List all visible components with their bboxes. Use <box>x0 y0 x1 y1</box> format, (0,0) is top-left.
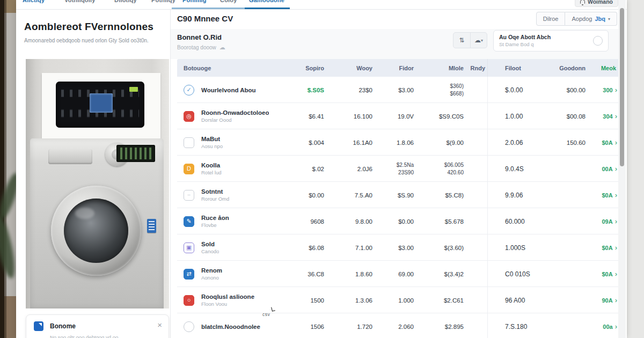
cursor-label: csv <box>262 312 270 317</box>
cell-mlole: $2.895 <box>416 324 466 330</box>
column-header-2[interactable]: Sopiro <box>274 65 326 71</box>
radio-circle-icon[interactable] <box>184 321 194 332</box>
sort-button[interactable]: ⇅ <box>453 33 470 48</box>
table-header-row: BotouogeSopiroWooyFidorMloleRndyFilootGo… <box>177 59 623 77</box>
nav-item-4[interactable]: Potnliqy <box>151 0 175 3</box>
row-detail-link[interactable]: 00a › <box>588 322 623 330</box>
table-row[interactable]: ⇄ Renom Aonono 36.C8 1.8.60 69.00 $(3.4)… <box>177 261 623 287</box>
column-header-7[interactable]: Filoot <box>487 59 553 77</box>
sidebar: Aomblereot FVernnolones Amoonarebd oebdq… <box>16 10 171 338</box>
column-header-1[interactable]: Botouoge <box>177 65 274 71</box>
minus-checkbox-icon[interactable]: − <box>184 190 194 201</box>
scrollbar-thumb[interactable] <box>620 8 624 166</box>
column-header-8[interactable]: Goodonn <box>553 65 588 71</box>
column-header-6[interactable]: Rndy <box>466 65 487 71</box>
row-name-cell: ○ Rooqlusl aslioone Floon Voou <box>177 293 274 307</box>
table-row[interactable]: MaBut Aosu npo $.004 16.1A0 1.8.06 $(9.0… <box>177 129 623 156</box>
table-row[interactable]: ○ Rooqlusl aslioone Floon Voou 1500 1.3.… <box>177 287 623 313</box>
cell-filoot: 2.0.06 <box>487 129 553 156</box>
data-table: BotouogeSopiroWooyFidorMloleRndyFilootGo… <box>177 59 623 338</box>
radio-circle-icon[interactable] <box>593 36 603 46</box>
cell-wooy: 7.1.00 <box>326 245 375 251</box>
nav-item-2[interactable]: Votnliqoliy <box>64 0 96 3</box>
export-cloud-button[interactable]: ☁ ▾ <box>470 33 487 48</box>
row-name: Koolla <box>201 162 222 168</box>
cell-wooy: 16.100 <box>326 113 375 120</box>
cell-mlole: $S9.C0S <box>416 113 466 120</box>
nav-item-7[interactable]: Gamoouone <box>249 0 284 3</box>
washer-drum <box>64 199 128 263</box>
row-sub: Aosu npo <box>201 143 223 149</box>
cell-wooy: 1.3.06 <box>326 297 375 304</box>
nav-item-3[interactable]: Dilotiqy <box>114 0 137 3</box>
checkbox-icon[interactable] <box>184 137 194 148</box>
washer-door <box>51 186 141 276</box>
folder-badge-icon[interactable]: D <box>184 164 194 174</box>
washer-display-panel <box>56 82 144 128</box>
toolbar: Bonnet O.Rid Boorotag dooow ☁ ⇅ ☁ ▾ Au O… <box>171 29 618 59</box>
cell-filoot: 9.9.06 <box>487 182 553 208</box>
row-sub: Rorour Omd <box>201 196 229 202</box>
column-header-4[interactable]: Fidor <box>375 65 416 71</box>
check-circle-icon[interactable]: ✓ <box>184 85 194 95</box>
chevron-right-icon: › <box>615 322 617 330</box>
nav-item-1[interactable]: Alictiqy <box>23 0 45 3</box>
row-detail-link[interactable]: 300 › <box>588 86 623 94</box>
table-row[interactable]: ◎ Roonn-Onwadoctoloeo Dorslar Oood $6.41… <box>177 103 623 129</box>
row-name: MaBut <box>201 136 223 142</box>
page-description: Amoonarebd oebdqoob nued orlon Gty Sold … <box>24 36 158 45</box>
search-title: Au Oqe Abott Abch <box>499 34 603 40</box>
column-header-5[interactable]: Mlole <box>416 65 466 71</box>
close-icon[interactable]: × <box>157 320 162 329</box>
row-detail-link[interactable]: 09A › <box>588 217 623 225</box>
table-row[interactable]: D Koolla Rotel lud $.02 2.0J6 $2.5Na 23S… <box>177 156 623 182</box>
background-right <box>627 0 644 338</box>
notice-body: No soo oltr ooo debtqoq vd oo <box>50 334 118 338</box>
table-row[interactable]: ✎ Ruce åon Flovbe 9608 9.8.00 $0.00 $5.6… <box>177 208 623 234</box>
user-menu[interactable]: Woimano <box>575 0 618 7</box>
transfer-square-icon[interactable]: ⇄ <box>184 269 194 280</box>
record-square-icon[interactable]: ○ <box>184 295 194 306</box>
shield-alert-icon[interactable]: ◎ <box>184 111 194 122</box>
table-row[interactable]: blatclm.Nooodnolee 1506 1.720 2.060 $2.8… <box>177 313 623 338</box>
meok-value: $0A <box>602 271 612 277</box>
cell-sopiro: $0.00 <box>274 192 326 199</box>
row-sub: Aonono <box>201 275 222 281</box>
row-detail-link[interactable]: $0A › <box>588 138 623 146</box>
row-detail-link[interactable]: 304 › <box>588 112 623 120</box>
row-name-cell: ◎ Roonn-Onwadoctoloeo Dorslar Oood <box>177 109 274 123</box>
cell-wooy: 1.720 <box>326 324 375 330</box>
edit-square-icon[interactable]: ✎ <box>184 216 194 227</box>
app-square-icon[interactable]: ▣ <box>184 243 194 253</box>
cell-wooy: 16.1A0 <box>326 139 375 146</box>
cell-filoot: C0 010S <box>487 261 553 287</box>
secondary-action-button[interactable]: Dilroe <box>536 12 566 26</box>
nav-item-5[interactable]: Ponlmig <box>182 0 207 3</box>
cell-filoot: 1.000S <box>487 234 553 261</box>
primary-dropdown-button[interactable]: Aopdog Jbq ▾ <box>565 12 617 26</box>
cell-filoot: 1.0.00 <box>487 103 553 129</box>
row-detail-link[interactable]: 00A › <box>588 165 623 173</box>
display-indicator <box>129 87 138 92</box>
cell-goodonn: $00.08 <box>553 113 588 120</box>
row-name-cell: blatclm.Nooodnolee <box>177 321 274 332</box>
row-detail-link[interactable]: $0A › <box>588 244 623 252</box>
cell-sopiro: 1506 <box>274 324 326 330</box>
row-name: blatclm.Nooodnolee <box>201 324 260 330</box>
search-box[interactable]: Au Oqe Abott Abch St Dame Bod q <box>493 30 609 52</box>
row-detail-link[interactable]: 90A › <box>588 296 623 304</box>
nav-item-6[interactable]: Coloy <box>220 0 237 3</box>
table-row[interactable]: − Sotntnt Rorour Omd $0.00 7.5.A0 $S.90 … <box>177 182 623 208</box>
row-detail-link[interactable]: $0A › <box>588 191 623 199</box>
table-row[interactable]: ▣ Sold Canodo $6.08 7.1.00 $3.00 $(3.60)… <box>177 234 623 261</box>
cell-sopiro: 1500 <box>274 297 326 304</box>
row-sub: Floon Voou <box>201 301 254 307</box>
column-header-3[interactable]: Wooy <box>326 65 375 71</box>
column-header-9[interactable]: Meok <box>588 65 623 71</box>
table-row[interactable]: ✓ Wourlelvond Abou $.S0S 23$0 $3.00 $360… <box>177 77 623 103</box>
meok-value: 00a <box>603 324 612 330</box>
user-label: Woimano <box>588 0 613 5</box>
energy-label <box>147 219 156 233</box>
row-detail-link[interactable]: $0A › <box>588 270 623 278</box>
cloud-icon: ☁ <box>219 44 225 51</box>
